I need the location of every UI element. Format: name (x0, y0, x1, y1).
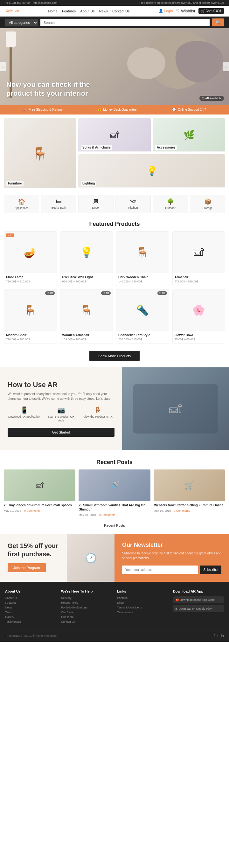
newsletter-email-input[interactable] (122, 565, 198, 574)
chandelier-icon: 🔦 (136, 304, 149, 316)
google-play-button[interactable]: ▶ Download on Google Play (173, 605, 224, 612)
logo[interactable]: OzistiAR (5, 9, 19, 13)
nav-home[interactable]: Home (48, 9, 58, 13)
category-kitchen[interactable]: 🍽 Kitchen (116, 195, 151, 213)
show-more-button[interactable]: Show More Products (89, 351, 140, 361)
search-button[interactable]: 🔍 (212, 19, 224, 26)
recent-posts-button[interactable]: Recent Posts (97, 521, 132, 530)
footer-news-link[interactable]: News (5, 606, 56, 609)
category-decor[interactable]: 🖼 Decor (78, 195, 113, 213)
footer-testimonials-page-link[interactable]: Testimonials (117, 611, 168, 614)
post-2-date: May 10, 2018 (78, 514, 96, 517)
lighting-image: 💡 (78, 154, 225, 187)
product-floor-lamp[interactable]: sale 🪔 Floor Lamp 730.00$ – 810.00$ (4, 231, 57, 286)
product-modern-chair[interactable]: ⬡ AR 🪑 Modern Chair 790.00$ – 990.00$ (4, 289, 57, 344)
footer: About Us About Us Features News Team Gal… (0, 582, 229, 642)
product-flower-bowl[interactable]: 🌸 Flower Bowl 75.00$ – 80.00$ (172, 289, 226, 344)
product-chandelier[interactable]: ⬡ AR 🔦 Chandelier Loft Style 205.00$ – 3… (116, 289, 169, 344)
post-3-date: May 10, 2018 (154, 509, 171, 513)
footer-contact-link[interactable]: Contact Us (61, 620, 112, 623)
nav-contact[interactable]: Contact Us (112, 9, 129, 13)
feature-money-back-label: Money Back Guarantee (103, 108, 136, 111)
outdoor-icon: 🌳 (155, 198, 186, 205)
product-wood-chair[interactable]: 🪑 Dark Wooden Chair 140.00$ – 220.00$ (116, 231, 169, 286)
nav-features[interactable]: Features (62, 9, 76, 13)
cart-button[interactable]: 🛒 Cart: 0.00$ (198, 8, 224, 14)
search-input[interactable] (40, 19, 209, 26)
post-1[interactable]: 🛋 20 Tiny Pieces of Furniture For Small … (4, 469, 75, 517)
view-icon: 🪑 (81, 406, 115, 414)
apple-store-button[interactable]: 🍎 Download on the App Store (173, 596, 224, 603)
category-bed-bath[interactable]: 🛏 Bed & Bath (41, 195, 76, 213)
product-wall-light[interactable]: 💡 Exclusive Wall Light 650.00$ – 760.00$ (60, 231, 113, 286)
flower-bowl-price: 75.00$ – 80.00$ (174, 338, 223, 341)
wall-light-price: 650.00$ – 760.00$ (62, 280, 111, 283)
ar-available-badge[interactable]: ⬡ AR Available (199, 96, 224, 101)
footer-testimonials-link[interactable]: Testimonials (5, 620, 56, 623)
post-2[interactable]: 🚿 25 Small Bathroom Vanities That Are Bi… (78, 469, 150, 517)
floor-lamp-icon: 🪔 (24, 246, 37, 258)
newsletter-title: Our Newsletter (122, 542, 221, 548)
newsletter-section: Our Newsletter Subscribe to receive only… (115, 534, 229, 582)
ar-title: How to Use AR (8, 381, 115, 389)
post-3[interactable]: 🛒 Michaels Now Started Selling Furniture… (154, 469, 225, 517)
feature-money-back: 💰 Money Back Guarantee (97, 108, 136, 111)
ar-badge-chandelier: ⬡ AR (158, 291, 167, 295)
footer-our-team-link[interactable]: Our Team (61, 616, 112, 619)
wall-light-icon: 💡 (80, 246, 93, 258)
footer-team-link[interactable]: Team (5, 611, 56, 614)
category-furniture[interactable]: 🪑 Furniture (4, 118, 76, 188)
category-accessories[interactable]: 🌿 Accessories (153, 118, 225, 152)
nav-about[interactable]: About Us (80, 9, 94, 13)
footer-app-title: Download AR App (173, 589, 224, 593)
hero-next-button[interactable]: › (223, 62, 229, 71)
category-outdoor[interactable]: 🌳 Outdoor (153, 195, 188, 213)
ar-description: We want to present a very impressive too… (8, 392, 115, 401)
sale-badge: sale (6, 234, 14, 237)
join-program-button[interactable]: Join the Program (8, 563, 46, 572)
product-armchair[interactable]: 🛋 Armchair 478.00$ – 556.00$ (172, 231, 226, 286)
twitter-icon[interactable]: t (217, 633, 218, 638)
kitchen-icon: 🍽 (118, 198, 149, 205)
category-lighting[interactable]: 💡 Lighting (78, 154, 225, 188)
ar-step-view-label: View the Product in AR (81, 415, 115, 419)
category-appliances[interactable]: 🏠 Appliances (4, 195, 39, 213)
subscribe-button[interactable]: Subscribe (200, 565, 221, 574)
footer-terms-link[interactable]: Terms & Conditions (117, 606, 168, 609)
facebook-icon[interactable]: f (214, 633, 215, 638)
wishlist-button[interactable]: ♡ Wishlist (176, 8, 195, 13)
show-more-section: Show More Products (0, 348, 229, 367)
ar-get-started-button[interactable]: Get Started (8, 428, 115, 437)
discount-title: Get 15% off your first purchase. (8, 542, 59, 558)
feature-support: 💬 Online Support 24/7 (172, 108, 206, 111)
linkedin-icon[interactable]: in (221, 633, 224, 638)
footer-features-link[interactable]: Features (5, 601, 56, 604)
footer-portfolio-link[interactable]: Portfolio Evaluations (61, 606, 112, 609)
footer-delivery-link[interactable]: Delivery (61, 596, 112, 599)
footer-portfolio-page-link[interactable]: Portfolio (117, 596, 168, 599)
download-icon: 📱 (8, 406, 41, 414)
login-button[interactable]: 👤 Login (159, 9, 173, 13)
footer-bottom: ThemeREX © 2021. All Rights Reserved. f … (5, 630, 224, 638)
wall-light-name: Exclusive Wall Light (62, 275, 111, 279)
footer-shop-link[interactable]: Shop (117, 601, 168, 604)
footer-returns-link[interactable]: Return Policy (61, 601, 112, 604)
flower-bowl-name: Flower Bowl (174, 333, 223, 337)
ar-step-view: 🪑 View the Product in AR (81, 406, 115, 423)
flower-bowl-image: 🌸 (173, 289, 225, 331)
ar-image: 🛋 (122, 367, 229, 450)
category-sofas[interactable]: 🛋 Sofas & Armchairs (78, 118, 151, 152)
product-wooden-armchair[interactable]: ⬡ AR 🪑 Wooden Armchair 159.00$ – 700.00$ (60, 289, 113, 344)
posts-grid: 🛋 20 Tiny Pieces of Furniture For Small … (4, 469, 225, 517)
post-2-title: 25 Small Bathroom Vanities That Are Big … (78, 501, 150, 513)
footer-links-title: Links (117, 589, 168, 593)
category-storage[interactable]: 📦 Storage (190, 195, 225, 213)
footer-about-us-link[interactable]: About Us (5, 596, 56, 599)
nav-news[interactable]: News (99, 9, 108, 13)
hero-prev-button[interactable]: ‹ (0, 62, 6, 71)
footer-store-link[interactable]: Our Store (61, 611, 112, 614)
category-select[interactable]: All categories (5, 19, 38, 26)
bed-bath-label: Bed & Bath (43, 206, 74, 209)
footer-gallery-link[interactable]: Gallery (5, 616, 56, 619)
ar-step-download: 📱 Download AR application (8, 406, 41, 423)
